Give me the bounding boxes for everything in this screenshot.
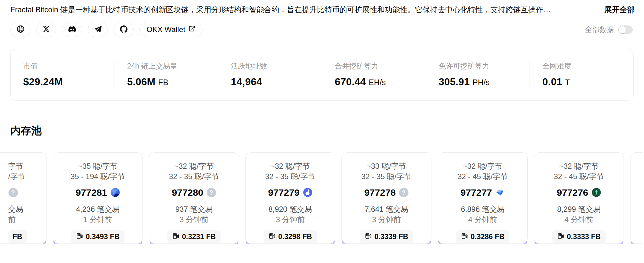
x-twitter-button[interactable] — [36, 22, 56, 37]
fee-rate-range: 32 - 35 聪/字节 — [361, 171, 412, 182]
stat-permissionless-hashrate: 免许可挖矿算力 305.91PH/s — [426, 61, 530, 88]
stat-unit: FB — [158, 78, 168, 87]
blue-rabbit-miner-icon — [303, 188, 313, 197]
block-height[interactable]: 977278 — [364, 187, 396, 198]
total-fee-chip: 0.3333 FB — [552, 230, 606, 243]
block-height[interactable]: 977281 — [75, 187, 107, 198]
mempool-block-card-clipped-left[interactable]: 字节 /字节 ? 交易 前 FB — [0, 152, 47, 244]
stat-label: 活跃地址数 — [231, 61, 322, 71]
fuel-pump-icon — [76, 233, 83, 241]
stat-network-difficulty: 全网难度 0.01T — [530, 61, 633, 88]
mempool-block-card[interactable]: ~33 聪/字节 32 - 35 聪/字节 977278 ? 7,641 笔交易… — [341, 152, 431, 244]
mempool-block-card-clipped-right[interactable] — [630, 152, 643, 244]
stat-label: 24h 链上交易量 — [127, 61, 218, 71]
tx-count: 交易 — [8, 204, 23, 214]
total-fee-chip: FB — [8, 230, 27, 243]
stat-active-addresses: 活跃地址数 14,964 — [218, 61, 322, 88]
discord-button[interactable] — [62, 22, 82, 37]
total-fee-value: 0.3298 FB — [278, 233, 312, 241]
block-height[interactable]: 977277 — [460, 187, 492, 198]
fee-rate-range: 32 - 45 聪/字节 — [554, 171, 604, 182]
fuel-pump-icon — [461, 233, 468, 241]
fee-rate-average: ~33 聪/字节 — [367, 161, 406, 171]
tx-count: 937 笔交易 — [175, 204, 213, 214]
stat-value: 305.91 — [439, 76, 470, 88]
stat-merged-mining-hashrate: 合并挖矿算力 670.44EH/s — [322, 61, 426, 88]
blue-gem-miner-icon — [495, 188, 505, 197]
discord-icon — [68, 25, 76, 35]
block-height[interactable]: 977280 — [172, 187, 203, 198]
total-fee-value: 0.3493 FB — [86, 233, 119, 241]
mempool-block-card[interactable]: ~32 聪/字节 32 - 35 聪/字节 977280 ? 937 笔交易 3… — [149, 152, 239, 244]
time-ago: 4 分钟前 — [564, 214, 593, 225]
time-ago: 前 — [8, 214, 16, 225]
mempool-block-card[interactable]: ~32 聪/字节 32 - 45 聪/字节 977277 6,896 笔交易 4… — [438, 152, 528, 244]
total-fee-chip: 0.3286 FB — [456, 230, 509, 243]
mempool-block-card[interactable]: ~32 聪/字节 32 - 35 聪/字节 977279 8,920 笔交易 3… — [245, 152, 335, 244]
tx-count: 7,641 笔交易 — [365, 204, 408, 214]
question-icon: ? — [399, 188, 409, 197]
mempool-section-title: 内存池 — [10, 124, 644, 138]
stat-value: 0.01 — [542, 76, 562, 88]
stat-24h-volume: 24h 链上交易量 5.06MFB — [114, 61, 218, 88]
all-data-toggle[interactable] — [618, 25, 633, 34]
time-ago: 3 分钟前 — [276, 214, 305, 225]
all-data-label: 全部数据 — [585, 25, 614, 35]
stat-unit: T — [565, 78, 570, 87]
fuel-pump-icon — [365, 233, 372, 241]
stat-value: $29.24M — [23, 76, 63, 88]
stat-unit: EH/s — [369, 78, 386, 87]
fuel-pump-icon — [172, 233, 179, 241]
question-icon: ? — [207, 188, 216, 197]
tx-count: 8,920 笔交易 — [269, 204, 312, 214]
stat-unit: PH/s — [473, 78, 490, 87]
time-ago: 4 分钟前 — [468, 214, 497, 225]
stat-label: 市值 — [23, 61, 114, 71]
fuel-pump-icon — [269, 233, 275, 241]
fee-rate-average: ~35 聪/字节 — [78, 161, 118, 171]
chain-stats-card: 市值 $29.24M 24h 链上交易量 5.06MFB 活跃地址数 14,96… — [10, 49, 634, 101]
total-fee-value: 0.3286 FB — [471, 233, 504, 241]
total-fee-value: 0.3333 FB — [567, 233, 601, 241]
telegram-button[interactable] — [88, 22, 108, 37]
x-twitter-icon — [42, 25, 51, 35]
stat-label: 免许可挖矿算力 — [439, 61, 530, 71]
mempool-cards-carousel[interactable]: 字节 /字节 ? 交易 前 FB ~35 聪/字节 35 - 194 聪/字节 … — [0, 152, 644, 244]
stat-market-cap: 市值 $29.24M — [11, 61, 114, 88]
fee-rate-average: ~32 聪/字节 — [270, 161, 310, 171]
time-ago: 1 分钟前 — [83, 214, 112, 225]
fee-rate-range: 32 - 35 聪/字节 — [265, 171, 315, 182]
stat-label: 全网难度 — [542, 61, 633, 71]
all-data-control: 全部数据 — [585, 25, 633, 35]
stat-value: 5.06M — [127, 76, 155, 88]
fee-rate-average: ~32 聪/字节 — [174, 161, 214, 171]
globe-icon — [16, 25, 25, 35]
fee-rate-average: ~32 聪/字节 — [463, 161, 502, 171]
tx-count: 6,896 笔交易 — [461, 204, 505, 214]
telegram-icon — [94, 25, 102, 35]
total-fee-value: 0.3339 FB — [375, 233, 408, 241]
website-button[interactable] — [10, 22, 31, 37]
total-fee-value: 0.3231 FB — [182, 233, 216, 241]
total-fee-value: FB — [13, 233, 22, 241]
toggle-knob — [619, 26, 626, 33]
github-button[interactable] — [114, 22, 134, 37]
social-row: OKX Wallet 全部数据 — [0, 15, 644, 37]
chain-description: Fractal Bitcoin 链是一种基于比特币技术的创新区块链，采用分形结构… — [10, 4, 596, 15]
time-ago: 3 分钟前 — [180, 214, 208, 225]
okx-wallet-button[interactable]: OKX Wallet — [139, 22, 203, 37]
blue-sphere-miner-icon — [110, 188, 120, 197]
mempool-block-card[interactable]: ~32 聪/字节 32 - 45 聪/字节 977276 f 8,299 笔交易… — [534, 152, 624, 244]
total-fee-chip: 0.3339 FB — [360, 230, 413, 243]
green-f-miner-icon: f — [591, 188, 601, 197]
block-height[interactable]: 977279 — [268, 187, 299, 198]
fuel-pump-icon — [557, 233, 564, 241]
tx-count: 4,236 笔交易 — [76, 204, 120, 214]
stat-value: 14,964 — [231, 76, 262, 88]
total-fee-chip: 0.3231 FB — [167, 230, 221, 243]
mempool-block-card[interactable]: ~35 聪/字节 35 - 194 聪/字节 977281 4,236 笔交易 … — [53, 152, 143, 244]
question-icon: ? — [8, 188, 18, 197]
expand-all-button[interactable]: 展开全部 — [604, 5, 635, 15]
svg-text:f: f — [595, 189, 597, 196]
block-height[interactable]: 977276 — [557, 187, 588, 198]
